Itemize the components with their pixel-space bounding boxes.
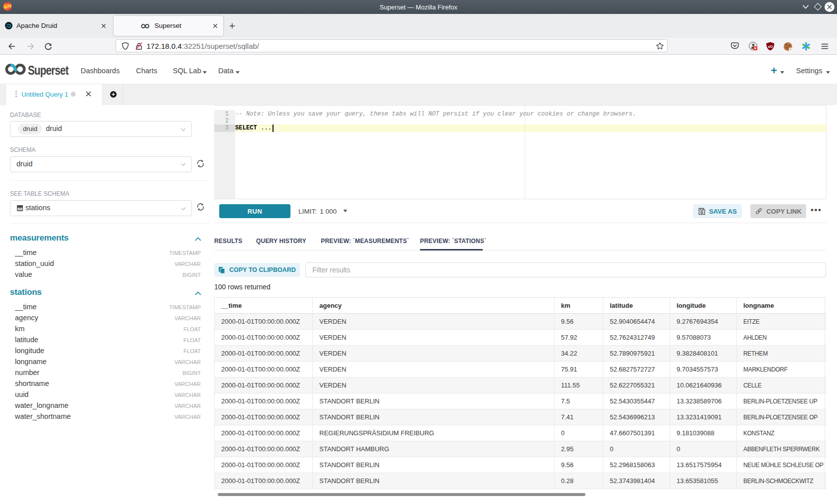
svg-text:uO: uO	[768, 45, 773, 48]
